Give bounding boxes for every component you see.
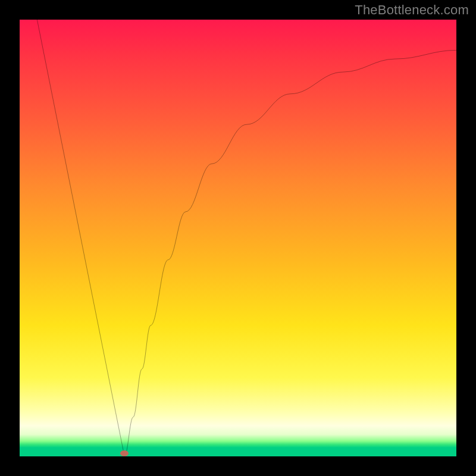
bottleneck-curve [20, 20, 456, 456]
plot-area [20, 20, 456, 456]
minimum-marker [120, 450, 129, 456]
chart-frame: TheBottleneck.com [0, 0, 476, 476]
attribution-text: TheBottleneck.com [355, 2, 469, 18]
